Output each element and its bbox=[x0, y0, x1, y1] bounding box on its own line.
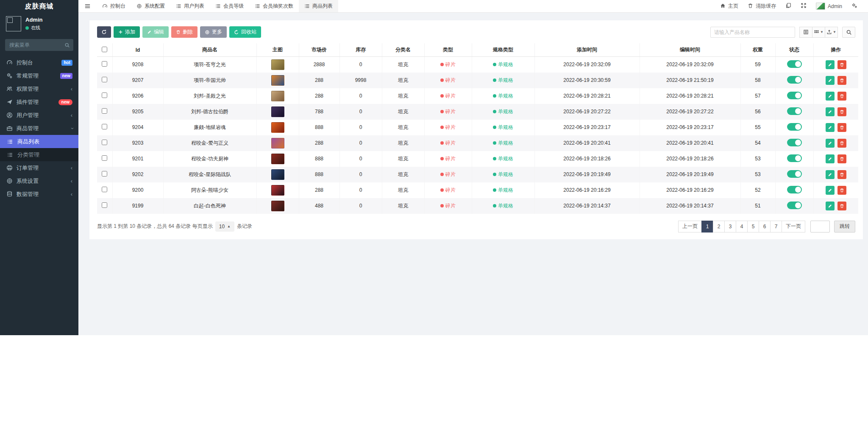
more-button[interactable]: 更多 bbox=[200, 26, 227, 38]
product-thumbnail[interactable] bbox=[271, 185, 284, 196]
row-checkbox[interactable] bbox=[102, 108, 107, 114]
page-button-5[interactable]: 5 bbox=[747, 221, 759, 233]
row-checkbox[interactable] bbox=[102, 140, 107, 145]
delete-row-button[interactable] bbox=[837, 76, 846, 85]
edit-row-button[interactable] bbox=[826, 107, 835, 116]
page-button-7[interactable]: 7 bbox=[770, 221, 782, 233]
jump-button[interactable]: 跳转 bbox=[834, 221, 855, 233]
product-thumbnail[interactable] bbox=[271, 154, 284, 164]
delete-row-button[interactable] bbox=[837, 60, 846, 69]
product-thumbnail[interactable] bbox=[271, 59, 284, 70]
edit-row-button[interactable] bbox=[826, 92, 835, 101]
row-checkbox[interactable] bbox=[102, 92, 107, 98]
export-dropdown-button[interactable]: ▼ bbox=[825, 27, 838, 38]
product-thumbnail[interactable] bbox=[271, 106, 284, 117]
row-checkbox[interactable] bbox=[102, 202, 107, 208]
tab-product-list[interactable]: 商品列表 bbox=[299, 0, 338, 12]
prev-page-button[interactable]: 上一页 bbox=[678, 221, 702, 233]
product-thumbnail[interactable] bbox=[271, 201, 284, 211]
next-page-button[interactable]: 下一页 bbox=[782, 221, 805, 233]
edit-row-button[interactable] bbox=[826, 202, 835, 210]
status-toggle[interactable] bbox=[787, 170, 802, 178]
jump-page-input[interactable] bbox=[810, 221, 830, 233]
row-checkbox[interactable] bbox=[102, 155, 107, 161]
row-checkbox[interactable] bbox=[102, 171, 107, 176]
sidebar-item-permissions[interactable]: 权限管理 ‹ bbox=[0, 82, 78, 95]
settings-menu-button[interactable] bbox=[847, 3, 862, 10]
page-button-6[interactable]: 6 bbox=[759, 221, 771, 233]
status-toggle[interactable] bbox=[787, 92, 802, 99]
edit-toolbar-button[interactable]: 编辑 bbox=[142, 26, 169, 38]
page-size-select[interactable]: 10 ▲ bbox=[215, 221, 234, 232]
product-thumbnail[interactable] bbox=[271, 169, 284, 180]
page-button-4[interactable]: 4 bbox=[736, 221, 748, 233]
add-button[interactable]: 添加 bbox=[114, 26, 140, 38]
page-button-3[interactable]: 3 bbox=[724, 221, 736, 233]
row-checkbox[interactable] bbox=[102, 187, 107, 192]
home-link[interactable]: 主页 bbox=[715, 3, 743, 10]
sidebar-item-data-manage[interactable]: 数据管理 ‹ bbox=[0, 188, 78, 201]
sidebar-item-plugins[interactable]: 插件管理 new bbox=[0, 95, 78, 109]
refresh-button[interactable] bbox=[97, 26, 111, 38]
sidebar-item-dashboard[interactable]: 控制台 hot bbox=[0, 56, 78, 69]
row-checkbox[interactable] bbox=[102, 124, 107, 129]
delete-row-button[interactable] bbox=[837, 92, 846, 101]
status-toggle[interactable] bbox=[787, 154, 802, 162]
row-checkbox[interactable] bbox=[102, 77, 107, 82]
edit-row-button[interactable] bbox=[826, 186, 835, 195]
fullscreen-button[interactable] bbox=[796, 3, 811, 10]
menu-toggle-button[interactable] bbox=[78, 0, 97, 12]
delete-row-button[interactable] bbox=[837, 186, 846, 195]
sidebar-item-products[interactable]: 商品管理 ‹ bbox=[0, 122, 78, 135]
sidebar-item-category-manage[interactable]: 分类管理 bbox=[0, 148, 78, 161]
product-thumbnail[interactable] bbox=[271, 91, 284, 101]
page-button-2[interactable]: 2 bbox=[713, 221, 725, 233]
status-toggle[interactable] bbox=[787, 123, 802, 131]
sidebar-item-system-settings[interactable]: 系统设置 ‹ bbox=[0, 174, 78, 188]
edit-row-button[interactable] bbox=[826, 154, 835, 163]
columns-dropdown-button[interactable]: ▼ bbox=[812, 27, 825, 38]
tab-member-draws[interactable]: 会员抽奖次数 bbox=[249, 0, 299, 12]
status-toggle[interactable] bbox=[787, 139, 802, 146]
edit-row-button[interactable] bbox=[826, 139, 835, 148]
row-checkbox[interactable] bbox=[102, 61, 107, 67]
delete-row-button[interactable] bbox=[837, 139, 846, 148]
chevron-left-icon: ‹ bbox=[71, 165, 72, 171]
tab-user-list[interactable]: 用户列表 bbox=[170, 0, 210, 12]
status-toggle[interactable] bbox=[787, 186, 802, 193]
product-thumbnail[interactable] bbox=[271, 122, 284, 133]
product-thumbnail[interactable] bbox=[271, 75, 284, 86]
status-toggle[interactable] bbox=[787, 107, 802, 115]
clear-cache-link[interactable]: 清除缓存 bbox=[743, 3, 781, 10]
delete-row-button[interactable] bbox=[837, 202, 846, 210]
select-all-checkbox[interactable] bbox=[102, 47, 107, 52]
delete-toolbar-button[interactable]: 删除 bbox=[171, 26, 198, 38]
delete-row-button[interactable] bbox=[837, 154, 846, 163]
copy-pages-button[interactable] bbox=[781, 3, 796, 10]
status-toggle[interactable] bbox=[787, 76, 802, 84]
page-button-1[interactable]: 1 bbox=[701, 221, 713, 233]
sidebar-item-product-list[interactable]: 商品列表 bbox=[0, 135, 78, 148]
sidebar-item-users[interactable]: 用户管理 ‹ bbox=[0, 109, 78, 122]
tab-system-config[interactable]: 系统配置 bbox=[131, 0, 170, 12]
product-thumbnail[interactable] bbox=[271, 138, 284, 148]
edit-row-button[interactable] bbox=[826, 76, 835, 85]
sidebar-search-input[interactable] bbox=[5, 39, 73, 51]
view-list-button[interactable] bbox=[799, 27, 812, 38]
tab-dashboard[interactable]: 控制台 bbox=[97, 0, 131, 12]
status-toggle[interactable] bbox=[787, 202, 802, 209]
delete-row-button[interactable] bbox=[837, 170, 846, 179]
product-search-input[interactable] bbox=[710, 27, 795, 38]
search-submit-button[interactable] bbox=[842, 27, 855, 38]
delete-row-button[interactable] bbox=[837, 123, 846, 132]
sidebar-item-general[interactable]: 常规管理 new bbox=[0, 69, 78, 82]
delete-row-button[interactable] bbox=[837, 107, 846, 116]
edit-row-button[interactable] bbox=[826, 123, 835, 132]
edit-row-button[interactable] bbox=[826, 60, 835, 69]
status-toggle[interactable] bbox=[787, 60, 802, 68]
recycle-bin-button[interactable]: 回收站 bbox=[229, 26, 261, 38]
user-menu[interactable]: Admin bbox=[811, 3, 847, 10]
sidebar-item-orders[interactable]: 订单管理 ‹ bbox=[0, 161, 78, 174]
tab-member-level[interactable]: 会员等级 bbox=[210, 0, 249, 12]
edit-row-button[interactable] bbox=[826, 170, 835, 179]
